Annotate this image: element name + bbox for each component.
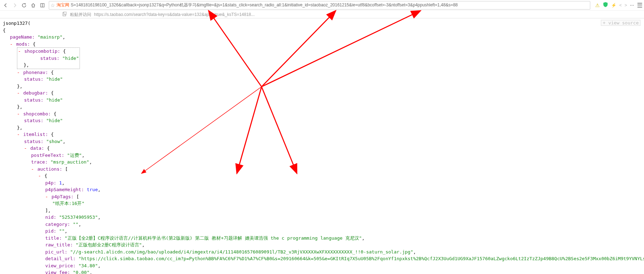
json-p4p: p4p: 1, <box>3 179 641 187</box>
warning-icon[interactable]: ⚠ <box>595 2 600 8</box>
collapse-icon[interactable]: - <box>31 166 34 172</box>
menu-icon[interactable]: ☰ <box>637 1 643 9</box>
back-button[interactable] <box>1 1 10 10</box>
json-data: - data: { <box>3 145 641 152</box>
collapse-icon[interactable]: - <box>45 194 48 199</box>
right-controls: ⚠ ⚡ < > ⋯ ☰ <box>595 1 643 9</box>
collapse-icon[interactable]: - <box>17 111 20 116</box>
more-icon[interactable]: ⋯ <box>630 3 634 8</box>
json-status: status: "hide" <box>3 97 641 104</box>
url-text: S=1481816198100_1326&callback=jsonp1327&… <box>71 2 458 8</box>
json-category: category: "", <box>3 221 641 228</box>
paste-label: 粘贴并访问 <box>70 12 91 18</box>
forward-button[interactable] <box>11 1 19 10</box>
json-phonenav: - phonenav: { <box>3 69 641 76</box>
home-button[interactable] <box>29 1 37 10</box>
json-close: }, <box>3 83 641 90</box>
json-status: status: "show", <box>3 138 641 145</box>
site-name: 淘宝网 <box>57 2 69 8</box>
paste-icon[interactable] <box>62 12 67 18</box>
json-shopcombotip: - shopcombotip: { status: "hide" }, <box>3 47 641 69</box>
json-close: }, <box>3 103 641 110</box>
nav-fwd-icon[interactable]: > <box>625 3 627 8</box>
json-status: status: "hide" <box>3 117 641 124</box>
json-nid: nid: "525374905953", <box>3 214 641 221</box>
collapse-icon[interactable]: - <box>17 90 20 96</box>
json-picurl: pic_url: "//g-search1.alicdn.com/img/bao… <box>3 249 641 256</box>
json-mods: - mods: { <box>3 41 641 48</box>
json-viewer: jsonp1327( { pageName: "mainsrp", - mods… <box>0 18 644 274</box>
json-viewfee: view_fee: "0.00", <box>3 269 641 274</box>
collapse-icon[interactable]: - <box>24 145 27 151</box>
json-brace: { <box>3 27 641 34</box>
json-status: status: "hide" <box>3 76 641 83</box>
json-close: ], <box>3 207 641 214</box>
nav-back-icon[interactable]: < <box>619 3 622 8</box>
sub-url: https://s.taobao.com/search?data-key=s&d… <box>94 12 254 17</box>
json-title: title: "正版【全2册】C程序设计语言//计算机科学丛书(第2版新版) 第… <box>3 235 641 242</box>
json-item: - { <box>3 172 641 179</box>
json-postfee: postFeeText: "运费", <box>3 152 641 159</box>
reader-button[interactable] <box>38 1 47 10</box>
secondary-bar: 粘贴并访问 https://s.taobao.com/search?data-k… <box>0 11 644 18</box>
json-detailurl: detail_url: "https://click.simba.taobao.… <box>3 255 641 262</box>
refresh-button[interactable] <box>20 1 28 10</box>
browser-chrome: ☆ 淘宝网 S=1481816198100_1326&callback=json… <box>0 0 644 18</box>
star-icon[interactable]: ☆ <box>51 2 55 8</box>
json-pid: pid: "", <box>3 228 641 235</box>
toolbar: ☆ 淘宝网 S=1481816198100_1326&callback=json… <box>0 0 644 11</box>
collapse-icon[interactable]: - <box>17 132 20 137</box>
collapse-icon[interactable]: - <box>17 70 20 75</box>
address-bar[interactable]: ☆ 淘宝网 S=1481816198100_1326&callback=json… <box>49 1 590 10</box>
json-auctions: - auctions: [ <box>3 166 641 173</box>
json-callback: jsonp1327( <box>3 20 641 27</box>
svg-rect-3 <box>64 12 66 15</box>
json-rawtitle: raw_title: "正版包邮全2册C程序设计语言", <box>3 241 641 249</box>
json-debugbar: - debugbar: { <box>3 90 641 97</box>
json-shopcombo: - shopcombo: { <box>3 110 641 118</box>
json-p4ptags: - p4pTags: [ <box>3 193 641 200</box>
json-pagename: pageName: "mainsrp", <box>3 34 641 41</box>
json-viewprice: view_price: "34.80", <box>3 262 641 269</box>
json-p4ptag-val: "纸开本:16开" <box>3 200 641 207</box>
flash-icon[interactable]: ⚡ <box>611 3 616 8</box>
json-trace: trace: "msrp_auction", <box>3 159 641 166</box>
collapse-icon[interactable]: - <box>10 41 13 47</box>
json-p4psame: p4pSameHeight: true, <box>3 186 641 193</box>
json-close: }, <box>3 124 641 131</box>
shield-icon[interactable] <box>603 2 608 9</box>
collapse-icon[interactable]: - <box>38 173 41 178</box>
json-itemlist: - itemlist: { <box>3 131 641 138</box>
collapse-icon[interactable]: - <box>18 48 21 54</box>
